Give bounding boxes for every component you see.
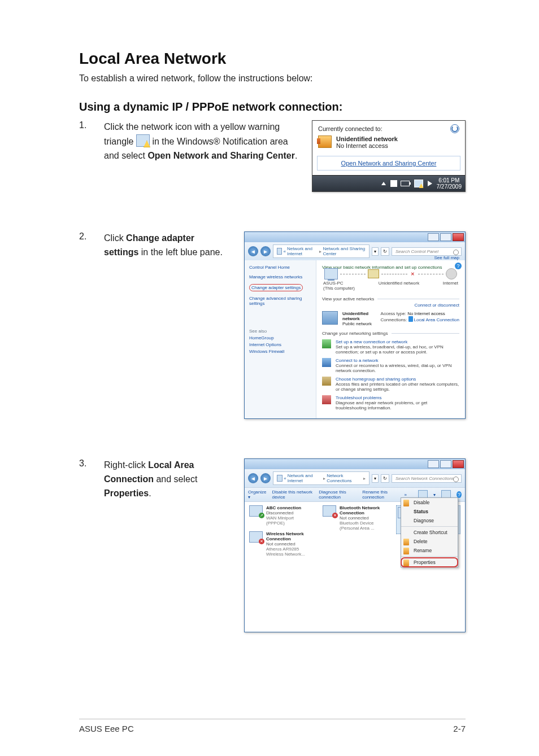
active-network-type: Public network <box>342 321 376 326</box>
rename-connection-button[interactable]: Rename this connection <box>362 490 398 500</box>
action-center-icon[interactable] <box>390 180 396 187</box>
menu-status[interactable]: Status <box>401 507 458 516</box>
manage-wireless-link[interactable]: Manage wireless networks <box>249 274 311 279</box>
option-heading: Choose homegroup and sharing options <box>336 377 459 382</box>
network-popup: Currently connected to: Unidentified net… <box>312 120 466 192</box>
connect-disconnect-link[interactable]: Connect or disconnect <box>322 303 459 308</box>
text-bold: Open Network and Sharing Center <box>147 151 294 160</box>
step-text: Right-click Local Area Connection and se… <box>104 458 223 500</box>
minimize-button[interactable] <box>428 233 439 241</box>
close-button[interactable] <box>453 233 464 241</box>
see-full-map-link[interactable]: See full map <box>322 255 459 260</box>
battery-icon[interactable] <box>401 181 410 186</box>
diagnose-connection-button[interactable]: Diagnose this connection <box>319 490 357 500</box>
active-networks-label: View your active networks <box>322 296 374 301</box>
back-button[interactable]: ◄ <box>248 246 258 256</box>
network-status-text: Unidentified network No Internet access <box>336 136 398 149</box>
network-mid-label: Unidentified network <box>379 281 419 291</box>
forward-button[interactable]: ► <box>260 246 271 256</box>
internet-globe-icon <box>446 268 457 279</box>
taskbar-clock[interactable]: 6:01 PM 7/27/2009 <box>437 177 462 190</box>
toolbar-overflow[interactable]: » <box>405 492 407 497</box>
option-homegroup[interactable]: Choose homegroup and sharing optionsAcce… <box>322 377 459 392</box>
connection-name: ABC connection <box>266 505 314 510</box>
tray-expand-icon[interactable] <box>381 182 386 185</box>
volume-icon[interactable] <box>428 181 432 186</box>
step-number: 3. <box>79 458 98 469</box>
step-text: Click Change adapter settings in the lef… <box>104 231 223 260</box>
menu-create-shortcut[interactable]: Create Shortcut <box>401 528 458 537</box>
change-settings-label: Change your networking settings <box>322 331 388 336</box>
connection-icon: ✕ <box>249 531 263 543</box>
popup-header: Currently connected to: <box>318 125 382 132</box>
pc-label: ASUS-PC <box>323 281 355 286</box>
crumb-item[interactable]: Network and Internet <box>288 473 322 483</box>
back-button[interactable]: ◄ <box>248 473 258 483</box>
refresh-icon[interactable] <box>450 124 459 133</box>
text-bold: Properties <box>104 488 149 498</box>
option-troubleshoot[interactable]: Troubleshoot problemsDiagnose and repair… <box>322 395 459 410</box>
homegroup-icon <box>322 377 331 386</box>
text-fragment: in the left blue pane. <box>138 247 223 257</box>
control-panel-icon <box>277 475 282 482</box>
organize-menu[interactable]: Organize ▾ <box>248 490 266 500</box>
step-number: 1. <box>79 120 98 130</box>
local-area-connection-link[interactable]: Local Area Connection <box>414 317 460 322</box>
maximize-button[interactable] <box>440 233 451 241</box>
menu-diagnose[interactable]: Diagnose <box>401 516 458 525</box>
connection-item-abc[interactable]: ↗ ABC connection Disconnected WAN Minipo… <box>249 505 314 526</box>
minimize-button[interactable] <box>428 460 439 468</box>
step-2: 2. Click Change adapter settings in the … <box>79 231 466 419</box>
menu-delete[interactable]: Delete <box>401 537 458 546</box>
network-name: Unidentified network <box>336 136 398 142</box>
disable-device-button[interactable]: Disable this network device <box>272 490 313 500</box>
open-nsc-box: Open Network and Sharing Center <box>317 156 460 171</box>
change-advanced-sharing-link[interactable]: Change advanced sharing settings <box>249 296 311 306</box>
connection-name: Wireless Network Connection <box>266 531 314 541</box>
connection-device: WAN Miniport (PPPOE) <box>266 515 314 526</box>
window-chrome <box>245 232 465 242</box>
menu-rename[interactable]: Rename <box>401 546 458 555</box>
control-panel-home-link[interactable]: Control Panel Home <box>249 265 311 270</box>
search-input[interactable]: Search Control Panel <box>392 247 462 256</box>
close-button[interactable] <box>453 460 464 468</box>
open-nsc-link[interactable]: Open Network and Sharing Center <box>341 160 437 167</box>
network-tray-icon[interactable] <box>414 180 423 187</box>
windows-firewall-link[interactable]: Windows Firewall <box>249 349 311 354</box>
shield-icon <box>408 316 413 322</box>
homegroup-link[interactable]: HomeGroup <box>249 335 311 340</box>
connection-status: Not connected <box>266 541 314 547</box>
step-1: 1. Click the network icon with a yellow … <box>79 120 466 192</box>
menu-properties[interactable]: Properties <box>401 558 458 567</box>
access-type-value: No Internet access <box>407 311 445 316</box>
context-menu: Disable Status Diagnose Create Shortcut … <box>401 497 458 567</box>
troubleshoot-icon <box>322 395 331 404</box>
forward-button[interactable]: ► <box>260 473 271 483</box>
main-pane: ? View your basic network information an… <box>316 260 465 418</box>
option-setup-new[interactable]: Set up a new connection or networkSet up… <box>322 339 459 355</box>
option-connect[interactable]: Connect to a networkConnect or reconnect… <box>322 358 459 373</box>
option-heading: Connect to a network <box>336 358 459 363</box>
connection-item-bluetooth[interactable]: ✕ Bluetooth Network Connection Not conne… <box>323 505 387 531</box>
text-fragment: . <box>149 488 151 498</box>
breadcrumb[interactable]: « Network and Internet ▸ Network Connect… <box>273 471 370 485</box>
help-icon[interactable]: ? <box>455 263 462 269</box>
shield-icon <box>403 539 409 545</box>
access-type-label: Access type: <box>381 311 406 316</box>
crumb-item[interactable]: Network Connections <box>327 473 362 483</box>
crumb-item[interactable]: Network and Internet <box>287 246 319 256</box>
search-input[interactable]: Search Network Connections <box>392 474 462 483</box>
network-connections-window: ◄ ► « Network and Internet ▸ Network Con… <box>244 458 466 632</box>
menu-disable[interactable]: Disable <box>401 498 458 507</box>
window-chrome <box>245 459 465 469</box>
maximize-button[interactable] <box>440 460 451 468</box>
shield-icon <box>403 560 409 566</box>
pc-icon <box>324 268 338 279</box>
connection-name: Bluetooth Network Connection <box>340 505 387 515</box>
text-fragment: Click <box>104 233 126 243</box>
internet-label: Internet <box>443 281 458 291</box>
clock-time: 6:01 PM <box>437 177 462 183</box>
change-adapter-settings-link[interactable]: Change adapter settings <box>249 284 303 291</box>
connection-item-wireless[interactable]: ✕ Wireless Network Connection Not connec… <box>249 531 314 557</box>
internet-options-link[interactable]: Internet Options <box>249 342 311 347</box>
